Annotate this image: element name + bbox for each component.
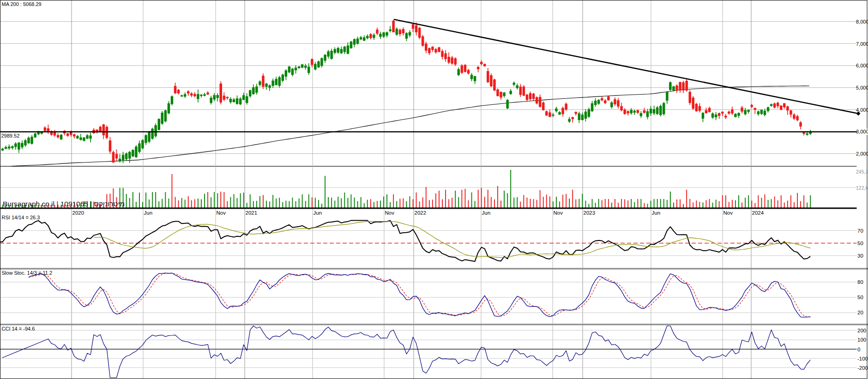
svg-text:3,000: 3,000	[856, 129, 868, 134]
svg-text:-100: -100	[857, 356, 868, 361]
svg-text:2989.52: 2989.52	[1, 133, 20, 138]
svg-text:Slow Stoc. 14/3 = 11.2: Slow Stoc. 14/3 = 11.2	[2, 270, 53, 276]
svg-text:20: 20	[857, 310, 863, 315]
svg-text:100: 100	[857, 337, 866, 343]
svg-text:245,35: 245,35	[856, 169, 868, 174]
svg-text:30: 30	[857, 253, 863, 259]
svg-text:RSI 14/14 = 26.3: RSI 14/14 = 26.3	[2, 215, 40, 220]
svg-text:Jun: Jun	[482, 210, 491, 216]
svg-text:6,000: 6,000	[856, 63, 868, 68]
svg-text:2021: 2021	[246, 210, 258, 216]
svg-text:2024: 2024	[752, 210, 764, 216]
svg-text:CCI 14 = -94.6: CCI 14 = -94.6	[2, 326, 35, 331]
svg-text:4,000: 4,000	[856, 107, 868, 113]
svg-text:2022: 2022	[415, 210, 427, 216]
svg-text:MA 200 : 5068.29: MA 200 : 5068.29	[2, 1, 42, 7]
svg-text:2,000: 2,000	[856, 151, 868, 156]
svg-text:-200: -200	[857, 365, 868, 371]
svg-text:122,67: 122,67	[856, 185, 868, 191]
svg-text:80: 80	[857, 279, 863, 285]
svg-text:2020: 2020	[72, 210, 84, 216]
svg-text:70: 70	[857, 228, 863, 234]
svg-text:2023: 2023	[584, 210, 596, 216]
svg-text:Jun: Jun	[144, 210, 153, 216]
svg-text:Nov: Nov	[723, 210, 733, 216]
svg-text:Jun: Jun	[652, 210, 661, 216]
svg-text:Nov: Nov	[217, 210, 226, 216]
svg-text:Bursagraph.co.il | 1091065 | מ: Bursagraph.co.il | 1091065 | מיטרוניקס	[3, 200, 125, 208]
svg-text:50: 50	[857, 241, 863, 246]
svg-text:Nov: Nov	[385, 210, 395, 216]
svg-text:7,000: 7,000	[856, 41, 868, 47]
svg-text:Jun: Jun	[313, 210, 322, 216]
svg-text:8,000: 8,000	[856, 19, 868, 24]
svg-text:Nov: Nov	[554, 210, 563, 216]
svg-text:50: 50	[857, 295, 863, 300]
svg-text:200: 200	[857, 328, 866, 333]
svg-text:5,000: 5,000	[856, 85, 868, 90]
svg-text:0: 0	[857, 347, 860, 352]
